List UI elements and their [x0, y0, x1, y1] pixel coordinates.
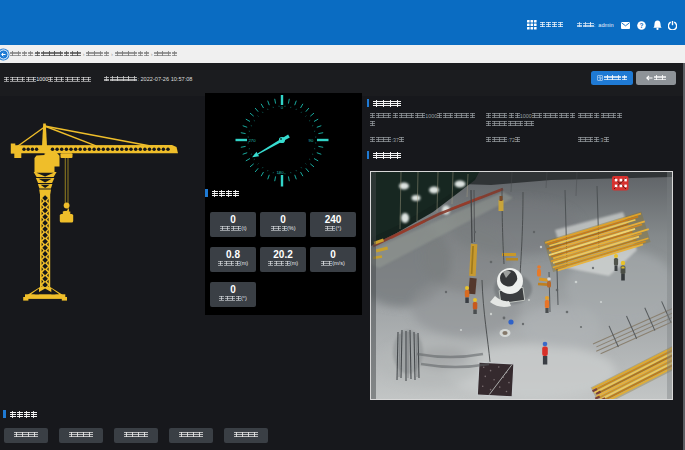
svg-text:0: 0	[281, 105, 284, 110]
svg-text:270: 270	[248, 138, 256, 143]
svg-text:180: 180	[276, 170, 284, 175]
svg-text:90: 90	[309, 138, 314, 143]
svg-text:?: ?	[640, 21, 644, 28]
